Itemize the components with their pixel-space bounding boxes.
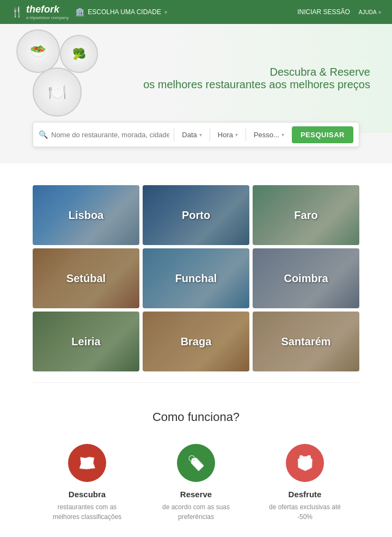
- people-dropdown[interactable]: Pesso... ▾: [250, 131, 287, 139]
- city-card-setúbal[interactable]: Setúbal: [33, 248, 139, 308]
- how-item-1: 🏷️ Reserve de acordo com as suas preferê…: [158, 444, 234, 522]
- date-label: Data: [182, 131, 197, 139]
- search-button[interactable]: PESQUISAR: [292, 126, 353, 143]
- how-icon-1: 🏷️: [177, 444, 215, 482]
- header-left: 🍴 thefork a tripadvisor company 🏛️ ESCOL…: [11, 4, 167, 20]
- plate2: 🍽️: [33, 68, 82, 117]
- search-section: 🔍 Data ▾ Hora ▾ Pesso... ▾ PESQUISAR: [0, 122, 392, 163]
- how-item-title-2: Desfrute: [267, 490, 343, 499]
- city-name: Santarém: [281, 335, 330, 348]
- city-overlay: Coimbra: [253, 248, 359, 308]
- city-icon: 🏛️: [75, 8, 84, 16]
- city-overlay: Porto: [143, 185, 249, 245]
- city-card-funchal[interactable]: Funchal: [143, 248, 249, 308]
- city-selector[interactable]: 🏛️ ESCOLHA UMA CIDADE ▾: [75, 8, 167, 16]
- how-item-desc-2: de ofertas exclusivas até -50%: [267, 502, 343, 522]
- how-item-desc-0: restaurantes com as melhores classificaç…: [49, 502, 125, 522]
- people-arrow: ▾: [281, 132, 284, 138]
- divider2: [210, 128, 210, 141]
- how-item-title-1: Reserve: [158, 490, 234, 499]
- how-icon-2: 🎁: [286, 444, 324, 482]
- city-name: Leiria: [71, 335, 100, 348]
- cities-grid: Lisboa Porto Faro Setúbal Funchal Coimbr…: [33, 185, 359, 371]
- time-label: Hora: [218, 131, 233, 139]
- city-overlay: Funchal: [143, 248, 249, 308]
- help-link[interactable]: AJUDA ▾: [359, 8, 381, 16]
- city-card-braga[interactable]: Braga: [143, 312, 249, 371]
- help-arrow: ▾: [378, 9, 381, 15]
- divider3: [246, 128, 246, 141]
- search-icon: 🔍: [39, 130, 48, 139]
- city-name: Funchal: [175, 272, 217, 285]
- city-dropdown-arrow: ▾: [164, 9, 167, 15]
- how-item-2: 🎁 Desfrute de ofertas exclusivas até -50…: [267, 444, 343, 522]
- how-icon-0: 🗺️: [68, 444, 106, 482]
- city-overlay: Santarém: [253, 312, 359, 371]
- divider1: [174, 128, 174, 141]
- hero-subtitle: os melhores restaurantes aos melhores pr…: [143, 78, 370, 91]
- city-card-santarém[interactable]: Santarém: [253, 312, 359, 371]
- logo-brand: thefork a tripadvisor company: [26, 4, 69, 20]
- search-bar: 🔍 Data ▾ Hora ▾ Pesso... ▾ PESQUISAR: [33, 122, 359, 147]
- search-input-wrap: 🔍: [39, 130, 169, 139]
- date-dropdown[interactable]: Data ▾: [179, 131, 205, 139]
- how-item-0: 🗺️ Descubra restaurantes com as melhores…: [49, 444, 125, 522]
- fork-icon: 🍴: [11, 6, 23, 18]
- city-name: Porto: [182, 209, 210, 222]
- city-name: Braga: [181, 335, 212, 348]
- time-arrow: ▾: [235, 132, 238, 138]
- how-section: Como funciona? 🗺️ Descubra restaurantes …: [0, 383, 392, 537]
- city-overlay: Braga: [143, 312, 249, 371]
- how-item-desc-1: de acordo com as suas preferências: [158, 502, 234, 522]
- logo-sub: a tripadvisor company: [26, 15, 69, 20]
- plate1: 🥗: [16, 29, 60, 73]
- header-right: INICIAR SESSÃO AJUDA ▾: [297, 8, 381, 16]
- help-label: AJUDA: [359, 9, 377, 15]
- login-link[interactable]: INICIAR SESSÃO: [297, 8, 350, 16]
- city-name: Setúbal: [66, 272, 106, 285]
- how-item-title-0: Descubra: [49, 490, 125, 499]
- logo: 🍴 thefork a tripadvisor company: [11, 4, 69, 20]
- hero-section: 🥗 🍽️ 🥦 Descubra & Reserve os melhores re…: [0, 24, 392, 133]
- city-overlay: Lisboa: [33, 185, 139, 245]
- how-title: Como funciona?: [33, 410, 359, 424]
- city-overlay: Leiria: [33, 312, 139, 371]
- logo-name: thefork: [26, 4, 69, 15]
- city-card-coimbra[interactable]: Coimbra: [253, 248, 359, 308]
- date-arrow: ▾: [199, 132, 202, 138]
- plate3: 🥦: [60, 35, 98, 73]
- city-overlay: Faro: [253, 185, 359, 245]
- city-name: Faro: [294, 209, 317, 222]
- city-name: Coimbra: [284, 272, 328, 285]
- city-name: Lisboa: [69, 209, 103, 222]
- hero-title: Descubra & Reserve: [143, 66, 370, 78]
- city-card-lisboa[interactable]: Lisboa: [33, 185, 139, 245]
- how-items: 🗺️ Descubra restaurantes com as melhores…: [33, 444, 359, 522]
- city-overlay: Setúbal: [33, 248, 139, 308]
- hero-text: Descubra & Reserve os melhores restauran…: [143, 66, 370, 91]
- city-selector-label: ESCOLHA UMA CIDADE: [88, 8, 161, 16]
- header: 🍴 thefork a tripadvisor company 🏛️ ESCOL…: [0, 0, 392, 24]
- city-card-leiria[interactable]: Leiria: [33, 312, 139, 371]
- people-label: Pesso...: [254, 131, 279, 139]
- cities-section: Lisboa Porto Faro Setúbal Funchal Coimbr…: [0, 163, 392, 382]
- time-dropdown[interactable]: Hora ▾: [215, 131, 241, 139]
- search-input[interactable]: [51, 131, 169, 139]
- city-card-faro[interactable]: Faro: [253, 185, 359, 245]
- city-card-porto[interactable]: Porto: [143, 185, 249, 245]
- hero-food-image: 🥗 🍽️ 🥦: [0, 24, 109, 133]
